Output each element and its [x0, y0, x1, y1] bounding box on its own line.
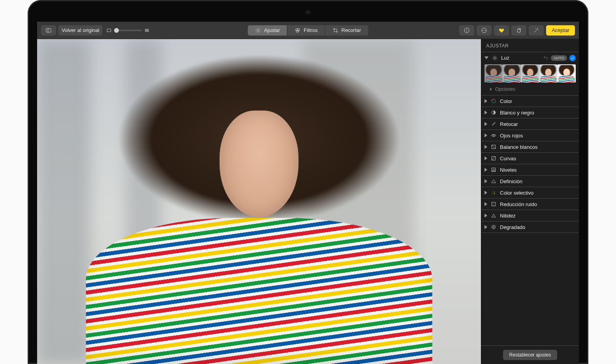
tab-adjust[interactable]: Ajustar	[248, 25, 287, 36]
svg-line-34	[493, 59, 494, 59]
svg-point-50	[492, 203, 493, 203]
section-color[interactable]: Color	[481, 96, 579, 107]
section-bw-label: Blanco y negro	[500, 110, 576, 116]
svg-point-53	[492, 225, 495, 229]
section-curves-label: Curvas	[500, 156, 576, 161]
chevron-right-icon	[485, 225, 487, 229]
mode-tabs: Ajustar Filtros Recortar	[248, 25, 368, 36]
info-icon	[464, 27, 470, 34]
svg-point-19	[467, 29, 467, 29]
section-vignette[interactable]: Degradado	[481, 221, 579, 233]
svg-line-35	[496, 56, 496, 57]
svg-point-21	[483, 30, 483, 30]
section-levels[interactable]: Niveles	[481, 164, 579, 175]
favorite-button[interactable]	[494, 25, 509, 36]
light-thumb[interactable]	[521, 64, 539, 83]
section-redeye[interactable]: Ojos rojos	[481, 130, 579, 141]
tab-crop-label: Recortar	[342, 27, 361, 33]
section-light-header[interactable]: Luz AUTO	[481, 52, 579, 64]
chevron-right-icon	[485, 179, 487, 183]
section-bw[interactable]: Blanco y negro	[481, 107, 579, 118]
sidebar-title: AJUSTAR	[481, 39, 579, 52]
chevron-right-icon	[485, 133, 487, 137]
tab-crop[interactable]: Recortar	[325, 25, 368, 36]
tab-filters[interactable]: Filtros	[287, 25, 325, 36]
undo-icon[interactable]	[543, 54, 548, 61]
tab-filters-label: Filtros	[304, 27, 317, 33]
info-button[interactable]	[459, 25, 474, 36]
section-noisereduction[interactable]: Reducción ruido	[481, 199, 579, 210]
levels-icon	[490, 167, 497, 173]
section-whitebalance[interactable]: Balance blancos	[481, 141, 579, 152]
filters-icon	[295, 27, 301, 34]
chevron-right-icon	[485, 202, 487, 206]
section-selectivecolor[interactable]: Color selectivo	[481, 187, 579, 198]
section-sharpen[interactable]: Nitidez	[481, 210, 579, 221]
revert-button[interactable]: Volver al original	[58, 25, 102, 36]
heart-icon	[498, 27, 505, 34]
section-light: Luz AUTO	[481, 52, 579, 96]
chevron-right-icon	[485, 99, 487, 103]
light-thumb[interactable]	[558, 64, 576, 83]
svg-point-38	[493, 135, 494, 136]
section-retouch-label: Retocar	[500, 121, 576, 127]
svg-point-27	[494, 57, 496, 59]
svg-point-48	[494, 193, 495, 194]
light-thumb[interactable]	[485, 64, 503, 83]
light-thumb[interactable]	[503, 64, 521, 83]
section-retouch[interactable]: Retocar	[481, 118, 579, 129]
chevron-right-icon	[485, 168, 487, 172]
section-vignette-label: Degradado	[500, 224, 576, 230]
rotate-button[interactable]	[511, 25, 526, 36]
accept-button[interactable]: Aceptar	[546, 25, 575, 36]
svg-rect-4	[146, 30, 148, 30]
chevron-down-icon	[485, 56, 488, 59]
magic-wand-icon	[533, 27, 539, 34]
bw-icon	[490, 109, 497, 116]
light-preview-strip[interactable]	[481, 64, 579, 85]
reset-adjustments-button[interactable]: Restablecer ajustes	[503, 350, 557, 360]
zoom-out-icon	[106, 28, 112, 33]
svg-rect-24	[518, 29, 520, 32]
toolbar: Volver al original Ajustar Filtros	[37, 22, 579, 39]
sidebar-icon	[45, 27, 52, 34]
crop-icon	[332, 27, 339, 34]
enabled-check-icon[interactable]	[569, 55, 576, 61]
chevron-right-icon	[485, 111, 487, 114]
chevron-right-icon	[485, 122, 487, 126]
svg-point-54	[493, 226, 495, 228]
section-curves[interactable]: Curvas	[481, 153, 579, 164]
photo-canvas[interactable]	[37, 39, 481, 364]
chevron-right-icon	[485, 156, 487, 160]
section-noisereduction-label: Reducción ruido	[500, 201, 576, 207]
chevron-right-icon	[485, 145, 487, 149]
magic-button[interactable]	[529, 25, 544, 36]
light-thumb[interactable]	[539, 64, 558, 83]
svg-line-12	[256, 32, 257, 32]
svg-point-52	[493, 205, 493, 205]
whitebalance-icon	[490, 144, 497, 150]
svg-line-13	[259, 28, 260, 29]
definition-icon	[490, 178, 497, 184]
selectivecolor-icon	[490, 190, 497, 196]
rotate-icon	[516, 27, 522, 34]
chevron-right-icon	[485, 191, 487, 195]
section-light-label: Luz	[501, 55, 540, 61]
zoom-slider[interactable]	[114, 30, 142, 31]
section-definition[interactable]: Definición	[481, 176, 579, 187]
more-button[interactable]	[477, 25, 492, 36]
section-redeye-label: Ojos rojos	[500, 133, 576, 139]
auto-badge[interactable]: AUTO	[551, 55, 567, 61]
adjust-sidebar: AJUSTAR Luz	[481, 39, 579, 364]
zoom-control[interactable]	[106, 28, 150, 33]
svg-point-45	[492, 191, 494, 193]
light-options-toggle[interactable]: Opciones	[481, 85, 579, 95]
zoom-in-icon	[144, 28, 150, 33]
svg-point-23	[485, 30, 485, 30]
section-color-label: Color	[500, 98, 576, 104]
svg-rect-3	[145, 29, 148, 32]
svg-point-47	[492, 193, 494, 194]
sharpen-icon	[490, 212, 497, 219]
sidebar-toggle-button[interactable]	[41, 25, 56, 36]
svg-point-26	[538, 30, 539, 30]
